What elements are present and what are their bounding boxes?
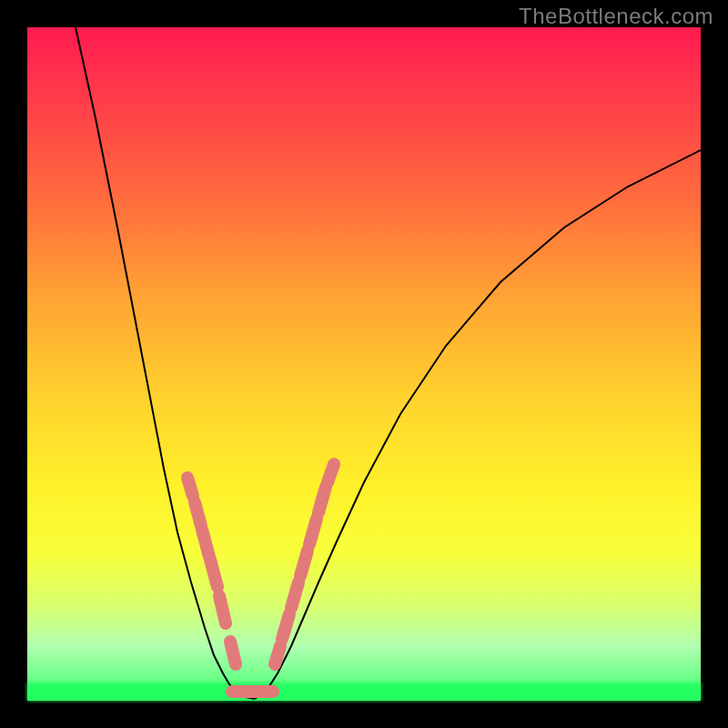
- accent-segment: [282, 614, 289, 639]
- curve-layer: [27, 27, 701, 701]
- accent-segment: [230, 642, 236, 664]
- accent-left-group: [187, 478, 236, 664]
- accent-segment: [275, 646, 280, 664]
- accent-segment: [210, 560, 217, 587]
- curve-left: [76, 27, 255, 699]
- accent-right-group: [275, 464, 334, 664]
- watermark-text: TheBottleneck.com: [519, 4, 713, 29]
- accent-segment: [318, 487, 326, 512]
- accent-segment: [202, 530, 209, 557]
- curve-right: [255, 150, 701, 699]
- accent-segment: [187, 478, 193, 496]
- chart-frame: TheBottleneck.com: [0, 0, 728, 728]
- accent-segment: [219, 596, 226, 623]
- accent-segment: [300, 551, 308, 576]
- accent-segment: [328, 464, 334, 482]
- accent-segment: [291, 582, 298, 608]
- accent-segment: [309, 519, 317, 544]
- accent-segment: [195, 502, 201, 526]
